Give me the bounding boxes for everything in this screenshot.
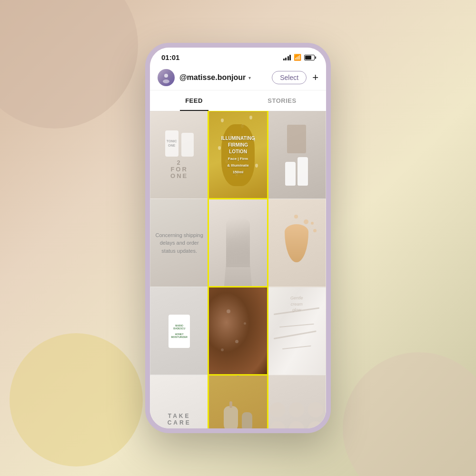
status-time: 01:01 xyxy=(161,53,179,61)
status-icons: 📶 xyxy=(283,54,315,61)
grid-cell-r1c2[interactable]: ILLUMINATINGFIRMING LOTIONFace | Firm& I… xyxy=(208,111,267,199)
status-bar: 01:01 📶 xyxy=(150,48,326,65)
svg-point-0 xyxy=(164,74,168,78)
feed-grid: TONICONE 2FORONE xyxy=(150,111,326,428)
tabs-bar: FEED STORIES xyxy=(150,90,326,111)
grid-cell-r4c2[interactable] xyxy=(208,375,267,428)
grid-cell-r3c2[interactable] xyxy=(208,287,267,375)
avatar-icon xyxy=(160,72,172,83)
phone-frame: 01:01 📶 xyxy=(145,43,331,433)
avatar xyxy=(158,69,175,86)
account-name-wrapper[interactable]: @matisse.bonjour ▾ xyxy=(179,73,272,82)
bg-shape-3 xyxy=(343,352,476,476)
grid-cell-r1c3[interactable] xyxy=(268,111,326,199)
svg-point-1 xyxy=(163,79,169,83)
grid-cell-r4c3[interactable] xyxy=(268,375,326,428)
grid-cell-r2c1[interactable]: Concerning shipping delays and order sta… xyxy=(150,199,208,287)
signal-icon xyxy=(283,55,291,60)
select-button[interactable]: Select xyxy=(272,71,307,84)
tab-stories[interactable]: STORIES xyxy=(238,90,326,111)
plus-button[interactable]: + xyxy=(312,71,318,84)
battery-fill xyxy=(305,56,311,60)
battery-icon xyxy=(304,55,315,60)
chevron-down-icon: ▾ xyxy=(248,75,251,80)
header-actions: Select + xyxy=(272,71,318,84)
account-header: @matisse.bonjour ▾ Select + xyxy=(150,65,326,90)
shipping-text: Concerning shipping delays and order sta… xyxy=(154,231,204,255)
wifi-icon: 📶 xyxy=(294,54,301,61)
grid-cell-r3c1[interactable]: MARIOBADESCUHONEYMOISTURIZER xyxy=(150,287,208,375)
grid-cell-r1c1[interactable]: TONICONE 2FORONE xyxy=(150,111,208,199)
account-name: @matisse.bonjour xyxy=(179,73,246,82)
phone-wrapper: 01:01 📶 xyxy=(145,43,331,433)
bg-shape-1 xyxy=(0,0,138,129)
grid-cell-r4c1[interactable]: TAKECARE xyxy=(150,375,208,428)
bg-shape-2 xyxy=(10,333,143,466)
grid-cell-r3c3[interactable]: Gentlecreamglow xyxy=(268,287,326,375)
grid-cell-r2c2[interactable] xyxy=(208,199,267,287)
grid-cell-r2c3[interactable] xyxy=(268,199,326,287)
tab-feed[interactable]: FEED xyxy=(150,90,238,111)
